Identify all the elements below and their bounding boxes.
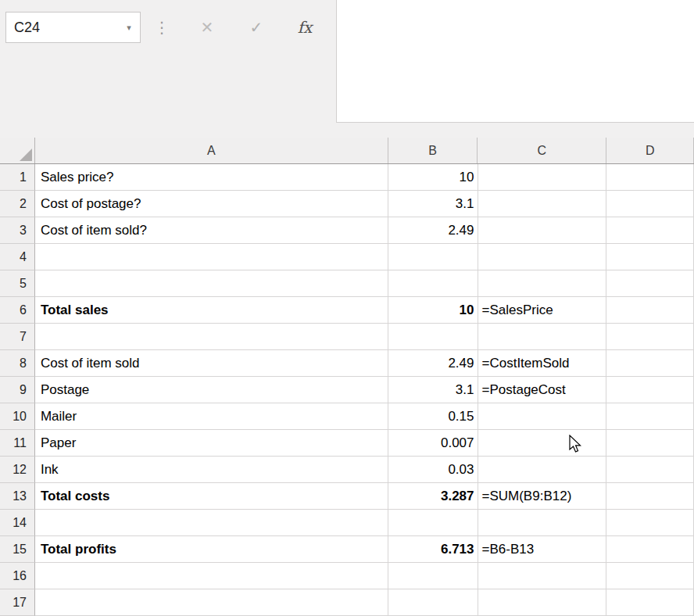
cell-A12[interactable]: Ink <box>35 457 388 483</box>
cell-C8[interactable]: =CostItemSold <box>478 350 607 377</box>
row-header-13[interactable]: 13 <box>0 483 35 510</box>
cell-A3[interactable]: Cost of item sold? <box>35 217 388 244</box>
row-header-3[interactable]: 3 <box>0 217 35 244</box>
formula-input[interactable] <box>336 0 694 123</box>
column-header-D[interactable]: D <box>606 138 694 163</box>
cell-A10[interactable]: Mailer <box>35 403 388 430</box>
grid-row-9: 9Postage3.1=PostageCost <box>0 377 694 403</box>
cell-C9[interactable]: =PostageCost <box>478 377 607 403</box>
cell-B6[interactable]: 10 <box>388 297 478 324</box>
cell-C13[interactable]: =SUM(B9:B12) <box>478 483 607 510</box>
cell-D4[interactable] <box>606 244 694 270</box>
cell-A13[interactable]: Total costs <box>35 483 388 510</box>
cell-D3[interactable] <box>606 217 694 244</box>
row-header-14[interactable]: 14 <box>0 510 35 536</box>
cell-C12[interactable] <box>478 457 607 483</box>
cell-D11[interactable] <box>606 430 694 457</box>
cell-A6[interactable]: Total sales <box>35 297 388 324</box>
row-header-5[interactable]: 5 <box>0 270 35 297</box>
column-header-A[interactable]: A <box>35 138 388 163</box>
cell-B12[interactable]: 0.03 <box>388 457 478 483</box>
cell-A5[interactable] <box>35 270 388 297</box>
grid-row-16: 16 <box>0 563 694 589</box>
cell-C4[interactable] <box>478 244 607 270</box>
cell-D8[interactable] <box>606 350 694 377</box>
grid-row-6: 6Total sales10=SalesPrice <box>0 297 694 324</box>
cell-D10[interactable] <box>606 403 694 430</box>
name-box[interactable]: C24 ▾ <box>5 12 141 43</box>
row-header-8[interactable]: 8 <box>0 350 35 377</box>
cell-C7[interactable] <box>478 324 607 350</box>
row-header-16[interactable]: 16 <box>0 563 35 589</box>
row-header-17[interactable]: 17 <box>0 589 35 616</box>
cell-D1[interactable] <box>606 164 694 191</box>
cell-D17[interactable] <box>606 589 694 616</box>
cell-B14[interactable] <box>388 510 478 536</box>
cell-D2[interactable] <box>606 191 694 217</box>
cell-D5[interactable] <box>606 270 694 297</box>
cell-A9[interactable]: Postage <box>35 377 388 403</box>
cell-B1[interactable]: 10 <box>388 164 478 191</box>
cell-C1[interactable] <box>478 164 607 191</box>
row-header-9[interactable]: 9 <box>0 377 35 403</box>
row-header-2[interactable]: 2 <box>0 191 35 217</box>
cell-B7[interactable] <box>388 324 478 350</box>
cell-B17[interactable] <box>388 589 478 616</box>
cell-A11[interactable]: Paper <box>35 430 388 457</box>
cell-C14[interactable] <box>478 510 607 536</box>
cell-B9[interactable]: 3.1 <box>388 377 478 403</box>
cell-B4[interactable] <box>388 244 478 270</box>
column-header-C[interactable]: C <box>478 138 606 163</box>
cell-A2[interactable]: Cost of postage? <box>35 191 388 217</box>
cell-C15[interactable]: =B6-B13 <box>478 536 607 563</box>
cell-C2[interactable] <box>478 191 607 217</box>
name-box-dropdown-icon[interactable]: ▾ <box>118 23 140 33</box>
cell-B3[interactable]: 2.49 <box>388 217 478 244</box>
cell-C17[interactable] <box>478 589 607 616</box>
cell-A7[interactable] <box>35 324 388 350</box>
cell-B16[interactable] <box>388 563 478 589</box>
cell-A17[interactable] <box>35 589 388 616</box>
cell-D6[interactable] <box>606 297 694 324</box>
insert-function-icon[interactable]: fx <box>287 13 323 42</box>
cell-D7[interactable] <box>606 324 694 350</box>
cancel-icon[interactable]: ✕ <box>189 13 225 42</box>
row-header-7[interactable]: 7 <box>0 324 35 350</box>
cell-D13[interactable] <box>606 483 694 510</box>
row-header-10[interactable]: 10 <box>0 403 35 430</box>
row-header-6[interactable]: 6 <box>0 297 35 324</box>
cell-A15[interactable]: Total profits <box>35 536 388 563</box>
enter-icon[interactable]: ✓ <box>238 13 274 42</box>
spreadsheet-grid: A B C D 1Sales price?102Cost of postage?… <box>0 138 694 616</box>
cell-D12[interactable] <box>606 457 694 483</box>
cell-B11[interactable]: 0.007 <box>388 430 478 457</box>
row-header-1[interactable]: 1 <box>0 164 35 191</box>
cell-C11[interactable] <box>478 430 607 457</box>
row-header-15[interactable]: 15 <box>0 536 35 563</box>
cell-A14[interactable] <box>35 510 388 536</box>
cell-C3[interactable] <box>478 217 607 244</box>
cell-C16[interactable] <box>478 563 607 589</box>
cell-B10[interactable]: 0.15 <box>388 403 478 430</box>
row-header-12[interactable]: 12 <box>0 457 35 483</box>
cell-C5[interactable] <box>478 270 607 297</box>
row-header-4[interactable]: 4 <box>0 244 35 270</box>
cell-A8[interactable]: Cost of item sold <box>35 350 388 377</box>
cell-A4[interactable] <box>35 244 388 270</box>
row-header-11[interactable]: 11 <box>0 430 35 457</box>
cell-B8[interactable]: 2.49 <box>388 350 478 377</box>
cell-B13[interactable]: 3.287 <box>388 483 478 510</box>
cell-D16[interactable] <box>606 563 694 589</box>
select-all-corner[interactable] <box>0 138 35 163</box>
cell-D15[interactable] <box>606 536 694 563</box>
cell-C6[interactable]: =SalesPrice <box>478 297 607 324</box>
cell-B5[interactable] <box>388 270 478 297</box>
cell-A1[interactable]: Sales price? <box>35 164 388 191</box>
cell-D9[interactable] <box>606 377 694 403</box>
cell-B2[interactable]: 3.1 <box>388 191 478 217</box>
cell-A16[interactable] <box>35 563 388 589</box>
cell-B15[interactable]: 6.713 <box>388 536 478 563</box>
cell-D14[interactable] <box>606 510 694 536</box>
column-header-B[interactable]: B <box>388 138 478 163</box>
cell-C10[interactable] <box>478 403 607 430</box>
